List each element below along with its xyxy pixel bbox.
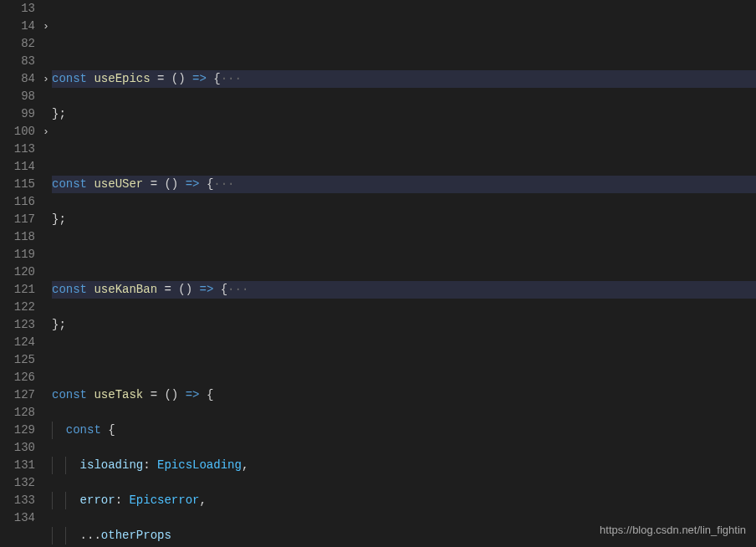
fold-spacer [40, 281, 52, 299]
line-number: 82 [0, 35, 35, 53]
code-line: }; [52, 211, 756, 228]
line-number: 129 [0, 422, 35, 439]
fold-spacer [40, 0, 52, 18]
fold-spacer [40, 474, 52, 492]
line-number: 134 [0, 509, 35, 527]
fold-gutter[interactable]: ››› [40, 0, 52, 547]
line-number: 83 [0, 53, 35, 70]
line-number: 13 [0, 0, 35, 18]
code-line [52, 246, 756, 263]
line-number: 114 [0, 158, 35, 176]
line-number: 130 [0, 439, 35, 457]
line-number: 14 [0, 18, 35, 35]
fold-spacer [40, 299, 52, 316]
line-number: 131 [0, 457, 35, 474]
watermark: https://blog.csdn.net/lin_fightin [600, 521, 746, 539]
code-area[interactable]: const useEpics = () => {··· }; const use… [52, 0, 756, 547]
code-line: const useKanBan = () => {··· [52, 281, 756, 299]
fold-spacer [40, 105, 52, 123]
line-number: 123 [0, 316, 35, 334]
code-editor[interactable]: 1314828384989910011311411511611711811912… [0, 0, 756, 547]
line-number: 98 [0, 88, 35, 105]
fold-spacer [40, 176, 52, 193]
fold-spacer [40, 422, 52, 439]
fold-spacer [40, 158, 52, 176]
fold-spacer [40, 351, 52, 369]
code-line: }; [52, 105, 756, 123]
code-line: }; [52, 316, 756, 334]
line-number: 84 [0, 70, 35, 88]
fold-spacer [40, 88, 52, 105]
line-number: 132 [0, 474, 35, 492]
line-number: 117 [0, 211, 35, 228]
fold-spacer [40, 439, 52, 457]
fold-spacer [40, 141, 52, 158]
line-number: 133 [0, 492, 35, 509]
fold-spacer [40, 404, 52, 422]
fold-chevron-icon[interactable]: › [40, 18, 52, 35]
fold-spacer [40, 53, 52, 70]
line-number: 124 [0, 334, 35, 351]
fold-chevron-icon[interactable]: › [40, 123, 52, 141]
line-number: 116 [0, 193, 35, 211]
line-number: 120 [0, 263, 35, 281]
line-number: 118 [0, 228, 35, 246]
line-number: 119 [0, 246, 35, 263]
fold-chevron-icon[interactable]: › [40, 70, 52, 88]
line-number: 113 [0, 141, 35, 158]
code-line [52, 35, 756, 53]
line-number: 125 [0, 351, 35, 369]
line-number: 126 [0, 369, 35, 386]
fold-spacer [40, 492, 52, 509]
fold-spacer [40, 334, 52, 351]
fold-spacer [40, 211, 52, 228]
line-number: 121 [0, 281, 35, 299]
line-number: 99 [0, 105, 35, 123]
line-number: 115 [0, 176, 35, 193]
code-line: const useUSer = () => {··· [52, 176, 756, 193]
fold-spacer [40, 246, 52, 263]
fold-spacer [40, 369, 52, 386]
code-line: const useEpics = () => {··· [52, 70, 756, 88]
code-line [52, 351, 756, 369]
fold-spacer [40, 509, 52, 527]
fold-spacer [40, 228, 52, 246]
fold-spacer [40, 263, 52, 281]
fold-spacer [40, 457, 52, 474]
code-line: const { [52, 422, 756, 439]
line-number: 127 [0, 386, 35, 404]
fold-spacer [40, 316, 52, 334]
fold-spacer [40, 193, 52, 211]
line-number: 128 [0, 404, 35, 422]
fold-spacer [40, 35, 52, 53]
code-line: const useTask = () => { [52, 386, 756, 404]
line-number: 122 [0, 299, 35, 316]
fold-spacer [40, 386, 52, 404]
line-number-gutter: 1314828384989910011311411511611711811912… [0, 0, 40, 547]
line-number: 100 [0, 123, 35, 141]
code-line: isloading: EpicsLoading, [52, 457, 756, 474]
code-line [52, 141, 756, 158]
code-line: error: Epicserror, [52, 492, 756, 509]
